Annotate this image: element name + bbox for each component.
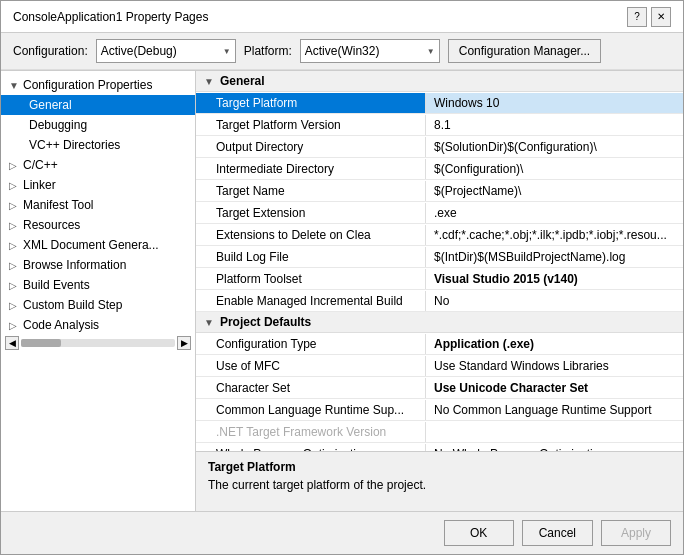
tree-item-linker[interactable]: ▷ Linker [1,175,195,195]
tree-item-xml-doc[interactable]: ▷ XML Document Genera... [1,235,195,255]
prop-row-platform-toolset[interactable]: Platform Toolset Visual Studio 2015 (v14… [196,268,683,290]
xml-arrow-icon: ▷ [9,240,23,251]
manifest-label: Manifest Tool [23,198,93,212]
platform-label: Platform: [244,44,292,58]
info-description: The current target platform of the proje… [208,478,671,492]
tree-item-debugging[interactable]: Debugging [1,115,195,135]
properties-table: ▼ General Target Platform Windows 10 Tar… [196,71,683,451]
tree-item-vc-directories[interactable]: VC++ Directories [1,135,195,155]
tree-item-general[interactable]: General [1,95,195,115]
tree-item-manifest-tool[interactable]: ▷ Manifest Tool [1,195,195,215]
scroll-left-btn[interactable]: ◀ [5,336,19,350]
prop-row-output-dir[interactable]: Output Directory $(SolutionDir)$(Configu… [196,136,683,158]
project-defaults-label: Project Defaults [220,315,311,329]
tree-root-label: Configuration Properties [23,78,152,92]
config-label: Configuration: [13,44,88,58]
custom-build-arrow-icon: ▷ [9,300,23,311]
prop-name-extensions-delete: Extensions to Delete on Clea [196,225,426,245]
prop-row-use-mfc[interactable]: Use of MFC Use Standard Windows Librarie… [196,355,683,377]
linker-label: Linker [23,178,56,192]
prop-row-target-platform[interactable]: Target Platform Windows 10 [196,92,683,114]
project-defaults-arrow-icon: ▼ [204,317,214,328]
main-content: ▼ Configuration Properties General Debug… [1,70,683,511]
apply-button[interactable]: Apply [601,520,671,546]
scroll-thumb[interactable] [21,339,61,347]
prop-row-build-log[interactable]: Build Log File $(IntDir)$(MSBuildProject… [196,246,683,268]
prop-name-use-mfc: Use of MFC [196,356,426,376]
xml-label: XML Document Genera... [23,238,159,252]
config-bar: Configuration: Active(Debug) ▼ Platform:… [1,33,683,70]
prop-value-intermediate-dir: $(Configuration)\ [426,159,683,179]
prop-row-target-platform-version[interactable]: Target Platform Version 8.1 [196,114,683,136]
tree-item-code-analysis[interactable]: ▷ Code Analysis [1,315,195,335]
prop-name-clr-support: Common Language Runtime Sup... [196,400,426,420]
left-panel: ▼ Configuration Properties General Debug… [1,71,196,511]
info-panel: Target Platform The current target platf… [196,451,683,511]
tree-item-cpp[interactable]: ▷ C/C++ [1,155,195,175]
prop-row-character-set[interactable]: Character Set Use Unicode Character Set [196,377,683,399]
tree-item-browse-info[interactable]: ▷ Browse Information [1,255,195,275]
prop-value-whole-program: No Whole Program Optimization [426,444,683,452]
info-title: Target Platform [208,460,671,474]
prop-name-platform-toolset: Platform Toolset [196,269,426,289]
prop-value-config-type: Application (.exe) [426,334,683,354]
resources-arrow-icon: ▷ [9,220,23,231]
help-button[interactable]: ? [627,7,647,27]
prop-name-intermediate-dir: Intermediate Directory [196,159,426,179]
build-events-label: Build Events [23,278,90,292]
platform-value: Active(Win32) [305,44,380,58]
right-panel: ▼ General Target Platform Windows 10 Tar… [196,71,683,511]
prop-value-managed-incremental: No [426,291,683,311]
prop-row-extensions-delete[interactable]: Extensions to Delete on Clea *.cdf;*.cac… [196,224,683,246]
cpp-arrow-icon: ▷ [9,160,23,171]
prop-row-config-type[interactable]: Configuration Type Application (.exe) [196,333,683,355]
tree-root[interactable]: ▼ Configuration Properties [1,75,195,95]
close-button[interactable]: ✕ [651,7,671,27]
config-arrow-icon: ▼ [223,47,231,56]
tree-item-build-events[interactable]: ▷ Build Events [1,275,195,295]
prop-row-intermediate-dir[interactable]: Intermediate Directory $(Configuration)\ [196,158,683,180]
prop-name-net-target: .NET Target Framework Version [196,422,426,442]
section-general: ▼ General [196,71,683,92]
prop-name-managed-incremental: Enable Managed Incremental Build [196,291,426,311]
general-section-label: General [220,74,265,88]
bottom-bar: OK Cancel Apply [1,511,683,554]
cpp-label: C/C++ [23,158,58,172]
platform-select[interactable]: Active(Win32) ▼ [300,39,440,63]
config-select[interactable]: Active(Debug) ▼ [96,39,236,63]
dialog-title: ConsoleApplication1 Property Pages [13,10,208,24]
prop-value-character-set: Use Unicode Character Set [426,378,683,398]
manifest-arrow-icon: ▷ [9,200,23,211]
config-manager-button[interactable]: Configuration Manager... [448,39,601,63]
tree-item-custom-build[interactable]: ▷ Custom Build Step [1,295,195,315]
tree-root-arrow-icon: ▼ [9,80,23,91]
prop-row-clr-support[interactable]: Common Language Runtime Sup... No Common… [196,399,683,421]
prop-value-target-platform-version: 8.1 [426,115,683,135]
resources-label: Resources [23,218,80,232]
ok-button[interactable]: OK [444,520,514,546]
prop-value-build-log: $(IntDir)$(MSBuildProjectName).log [426,247,683,267]
tree-item-resources[interactable]: ▷ Resources [1,215,195,235]
platform-arrow-icon: ▼ [427,47,435,56]
prop-row-target-ext[interactable]: Target Extension .exe [196,202,683,224]
prop-row-whole-program[interactable]: Whole Program Optimization No Whole Prog… [196,443,683,451]
prop-row-managed-incremental[interactable]: Enable Managed Incremental Build No [196,290,683,312]
prop-value-platform-toolset: Visual Studio 2015 (v140) [426,269,683,289]
prop-name-target-name: Target Name [196,181,426,201]
prop-name-config-type: Configuration Type [196,334,426,354]
scroll-right-btn[interactable]: ▶ [177,336,191,350]
prop-row-net-target[interactable]: .NET Target Framework Version [196,421,683,443]
prop-row-target-name[interactable]: Target Name $(ProjectName)\ [196,180,683,202]
section-project-defaults: ▼ Project Defaults [196,312,683,333]
prop-name-character-set: Character Set [196,378,426,398]
cancel-button[interactable]: Cancel [522,520,593,546]
browse-label: Browse Information [23,258,126,272]
browse-arrow-icon: ▷ [9,260,23,271]
prop-name-target-ext: Target Extension [196,203,426,223]
prop-value-clr-support: No Common Language Runtime Support [426,400,683,420]
prop-name-build-log: Build Log File [196,247,426,267]
prop-name-output-dir: Output Directory [196,137,426,157]
linker-arrow-icon: ▷ [9,180,23,191]
config-value: Active(Debug) [101,44,177,58]
code-analysis-arrow-icon: ▷ [9,320,23,331]
